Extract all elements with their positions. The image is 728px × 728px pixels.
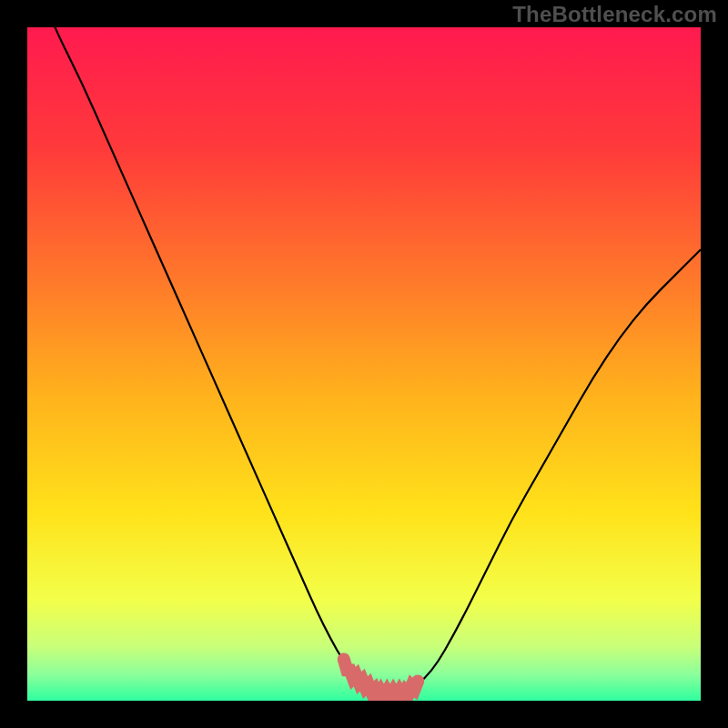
optimal-band-marker (344, 659, 418, 696)
plot-area (27, 27, 701, 701)
watermark-text: TheBottleneck.com (512, 2, 717, 27)
curve-path (27, 27, 701, 694)
bottleneck-curve (27, 27, 701, 701)
chart-frame: TheBottleneck.com (0, 0, 728, 728)
